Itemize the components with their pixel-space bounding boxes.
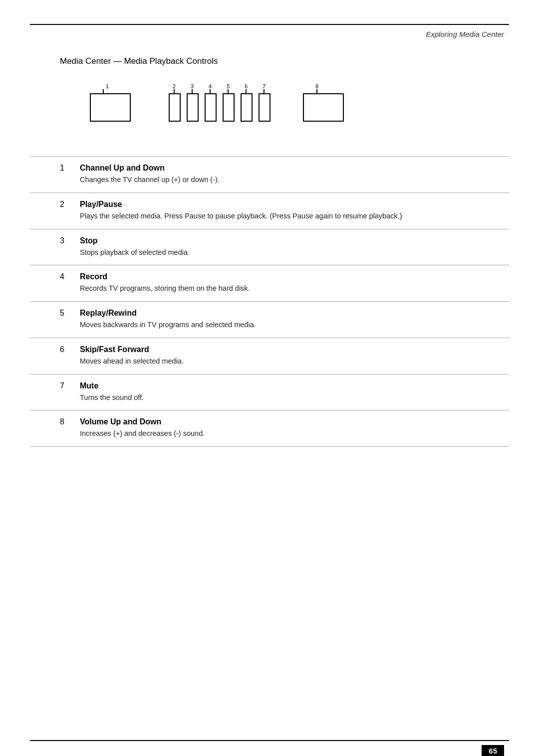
svg-text:7: 7 (263, 83, 266, 89)
svg-rect-22 (216, 93, 217, 121)
svg-rect-10 (180, 93, 181, 121)
table-row: 8Volume Up and DownIncreases (+) and dec… (30, 410, 509, 447)
header-title: Exploring Media Center (426, 30, 504, 38)
page-container: Exploring Media Center Media Center — Me… (0, 24, 539, 756)
row-title: Replay/Rewind (80, 309, 509, 318)
svg-rect-13 (192, 89, 193, 93)
row-content: RecordRecords TV programs, storing them … (70, 272, 509, 294)
table-area: 1Channel Up and DownChanges the TV chann… (30, 156, 509, 447)
table-row: 1Channel Up and DownChanges the TV chann… (30, 156, 509, 192)
svg-rect-15 (187, 93, 188, 121)
svg-rect-34 (252, 93, 253, 121)
table-row: 3StopStops playback of selected media. (30, 229, 509, 265)
row-title: Mute (80, 381, 509, 390)
svg-rect-16 (198, 93, 199, 121)
svg-rect-31 (246, 89, 247, 93)
row-title: Play/Pause (80, 200, 509, 209)
svg-rect-11 (169, 121, 181, 122)
row-content: Replay/RewindMoves backwards in TV progr… (70, 309, 509, 331)
svg-rect-47 (303, 121, 344, 122)
row-number: 5 (30, 309, 70, 318)
svg-text:1: 1 (106, 83, 109, 89)
svg-rect-20 (205, 93, 216, 94)
svg-rect-41 (259, 121, 270, 122)
svg-rect-8 (169, 93, 180, 94)
svg-text:3: 3 (191, 83, 194, 89)
row-title: Skip/Fast Forward (80, 345, 509, 354)
row-title: Volume Up and Down (80, 417, 509, 426)
svg-rect-9 (169, 93, 170, 121)
section-title: Media Center — Media Playback Controls (60, 56, 539, 66)
svg-rect-37 (264, 89, 265, 93)
svg-rect-38 (259, 93, 270, 94)
row-number: 3 (30, 236, 70, 245)
svg-rect-4 (130, 93, 131, 121)
page-header: Exploring Media Center (0, 25, 539, 38)
svg-rect-27 (223, 93, 224, 121)
row-number: 6 (30, 345, 70, 354)
svg-rect-25 (228, 89, 229, 93)
svg-rect-2 (90, 93, 130, 94)
row-content: Skip/Fast ForwardMoves ahead in selected… (70, 345, 509, 367)
table-row: 5Replay/RewindMoves backwards in TV prog… (30, 301, 509, 338)
row-number: 1 (30, 164, 70, 173)
row-content: Channel Up and DownChanges the TV channe… (70, 164, 509, 186)
row-desc: Records TV programs, storing them on the… (80, 283, 509, 294)
row-desc: Changes the TV channel up (+) or down (-… (80, 175, 509, 186)
svg-rect-19 (210, 89, 211, 93)
row-number: 7 (30, 381, 70, 390)
svg-rect-29 (223, 121, 235, 122)
row-title: Channel Up and Down (80, 164, 509, 173)
row-number: 2 (30, 200, 70, 209)
table-row: 2Play/PausePlays the selected media. Pre… (30, 192, 509, 229)
svg-rect-17 (187, 121, 199, 122)
svg-rect-40 (270, 93, 270, 121)
diagram-container: 1 2 3 4 (80, 81, 479, 146)
row-content: Volume Up and DownIncreases (+) and decr… (70, 417, 509, 439)
svg-rect-7 (174, 89, 175, 93)
row-number: 8 (30, 417, 70, 426)
svg-text:6: 6 (245, 83, 248, 89)
table-row: 7MuteTurns the sound off. (30, 374, 509, 410)
svg-text:5: 5 (227, 83, 230, 89)
row-content: StopStops playback of selected media. (70, 236, 509, 258)
page-number: 65 (482, 745, 504, 756)
table-row: 4RecordRecords TV programs, storing them… (30, 265, 509, 301)
row-content: MuteTurns the sound off. (70, 381, 509, 403)
row-content: Play/PausePlays the selected media. Pres… (70, 200, 509, 222)
table-row: 6Skip/Fast ForwardMoves ahead in selecte… (30, 338, 509, 374)
row-desc: Moves ahead in selected media. (80, 356, 509, 367)
svg-rect-14 (187, 93, 198, 94)
svg-rect-3 (90, 93, 91, 121)
svg-text:8: 8 (315, 83, 318, 89)
svg-rect-39 (259, 93, 260, 121)
row-desc: Plays the selected media. Press Pause to… (80, 211, 509, 222)
svg-rect-33 (241, 93, 242, 121)
svg-rect-35 (241, 121, 253, 122)
diagram-svg: 1 2 3 4 (80, 81, 429, 146)
svg-rect-5 (90, 121, 131, 122)
svg-rect-44 (303, 93, 343, 94)
svg-rect-28 (234, 93, 235, 121)
row-number: 4 (30, 272, 70, 281)
row-title: Record (80, 272, 509, 281)
svg-rect-21 (205, 93, 206, 121)
svg-rect-45 (303, 93, 304, 121)
svg-rect-32 (241, 93, 252, 94)
svg-rect-26 (223, 93, 234, 94)
row-desc: Turns the sound off. (80, 392, 509, 403)
row-desc: Increases (+) and decreases (-) sound. (80, 428, 509, 439)
svg-rect-46 (343, 93, 344, 121)
svg-rect-1 (103, 89, 104, 93)
svg-text:4: 4 (209, 83, 212, 89)
svg-rect-23 (205, 121, 217, 122)
row-desc: Moves backwards in TV programs and selec… (80, 320, 509, 331)
svg-text:2: 2 (173, 83, 176, 89)
row-desc: Stops playback of selected media. (80, 247, 509, 258)
row-title: Stop (80, 236, 509, 245)
svg-rect-43 (316, 89, 317, 93)
